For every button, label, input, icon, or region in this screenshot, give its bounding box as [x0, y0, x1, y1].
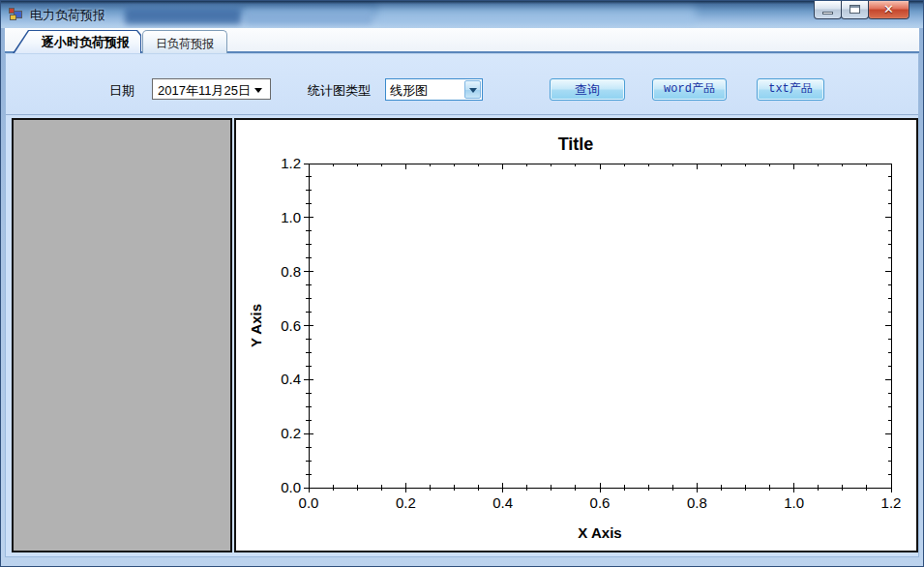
- date-picker-value: 2017年11月25日: [158, 82, 251, 100]
- x-tick-label: 0.4: [492, 494, 513, 511]
- y-tick-label: 0.2: [281, 425, 301, 441]
- app-icon: [9, 7, 24, 22]
- y-tick-label: 0.6: [281, 317, 301, 334]
- close-button[interactable]: ✕: [868, 1, 909, 19]
- window-frame: 电力负荷预报 ✕ 逐小时负荷预报 日负荷预报: [0, 0, 924, 567]
- chevron-down-icon: [469, 88, 477, 93]
- x-tick-label: 0.0: [299, 494, 319, 511]
- titlebar-artifact: [125, 8, 241, 24]
- app-icon-yellow-square: [10, 15, 16, 20]
- titlebar-artifact: [376, 9, 696, 24]
- data-grid-panel: [12, 118, 232, 552]
- close-icon: ✕: [869, 2, 909, 16]
- date-label: 日期: [109, 82, 134, 100]
- x-axis-label: X Axis: [578, 524, 621, 541]
- chart-panel: 0.00.20.40.60.81.01.20.00.20.40.60.81.01…: [234, 118, 918, 552]
- x-tick-label: 1.0: [784, 494, 804, 511]
- maximize-icon: [849, 5, 860, 14]
- maximize-button[interactable]: [841, 1, 869, 19]
- combo-dropdown-button[interactable]: [464, 80, 481, 99]
- chart-type-label: 统计图类型: [308, 82, 371, 100]
- y-tick-label: 1.2: [281, 155, 301, 171]
- chart-type-value: 线形图: [390, 82, 428, 100]
- tab-bar: 逐小时负荷预报 日负荷预报: [5, 28, 919, 53]
- minimize-button[interactable]: [814, 1, 842, 19]
- client-area: 逐小时负荷预报 日负荷预报 日期 2017年11月25日 统计图类型: [5, 28, 919, 557]
- chart-type-select[interactable]: 线形图: [385, 78, 483, 101]
- query-button[interactable]: 查询: [550, 78, 625, 101]
- y-tick-label: 1.0: [281, 209, 301, 225]
- tab-hourly-forecast-label: 逐小时负荷预报: [36, 34, 135, 51]
- x-tick-label: 0.6: [590, 494, 611, 511]
- x-tick-label: 0.2: [396, 494, 416, 511]
- tab-page: 日期 2017年11月25日 统计图类型 线形图 查询 word产品: [5, 53, 919, 557]
- chevron-down-icon: [254, 88, 262, 93]
- window-controls: ✕: [815, 1, 909, 19]
- toolbar: 日期 2017年11月25日 统计图类型 线形图 查询 word产品: [6, 54, 918, 115]
- application-window: 电力负荷预报 ✕ 逐小时负荷预报 日负荷预报: [0, 0, 924, 567]
- plot-area: [309, 164, 891, 488]
- titlebar-artifact: [245, 10, 373, 24]
- y-tick-label: 0.4: [281, 371, 301, 387]
- txt-export-button[interactable]: txt产品: [757, 78, 824, 101]
- word-export-button[interactable]: word产品: [652, 78, 727, 101]
- tab-hourly-forecast[interactable]: 逐小时负荷预报: [13, 30, 141, 53]
- x-tick-label: 0.8: [687, 494, 707, 511]
- y-tick-label: 0.0: [281, 479, 301, 495]
- titlebar: 电力负荷预报 ✕: [1, 1, 923, 28]
- window-title: 电力负荷预报: [30, 7, 105, 24]
- minimize-icon: [822, 12, 833, 15]
- chart-title: Title: [558, 134, 594, 154]
- x-tick-label: 1.2: [881, 494, 902, 511]
- y-axis-label: Y Axis: [248, 304, 264, 347]
- content-panels: 0.00.20.40.60.81.01.20.00.20.40.60.81.01…: [6, 116, 918, 556]
- y-tick-label: 0.8: [281, 263, 301, 280]
- tab-daily-forecast-label: 日负荷预报: [143, 36, 226, 52]
- chart-canvas[interactable]: 0.00.20.40.60.81.01.20.00.20.40.60.81.01…: [236, 120, 916, 552]
- tab-daily-forecast[interactable]: 日负荷预报: [142, 30, 227, 53]
- date-picker[interactable]: 2017年11月25日: [152, 78, 271, 100]
